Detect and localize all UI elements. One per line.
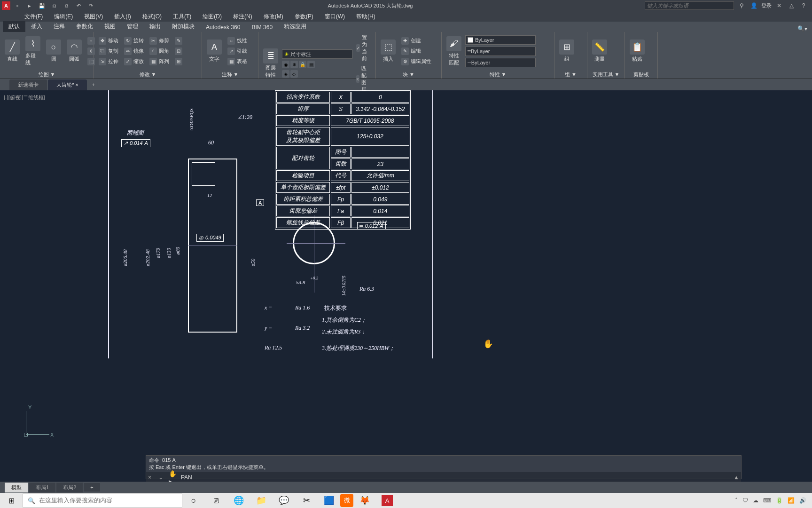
- doc-tab-current[interactable]: 大齿轮* ×: [48, 79, 87, 90]
- qat-saveas-icon[interactable]: ⎙: [49, 1, 59, 10]
- app2-icon[interactable]: 微: [340, 494, 353, 507]
- btn-circle[interactable]: ○圆: [44, 39, 63, 64]
- cortana-icon[interactable]: ○: [182, 493, 205, 508]
- windows-search[interactable]: 🔍 在这里输入你要搜索的内容: [23, 493, 182, 508]
- tray-av-icon[interactable]: 🛡: [742, 497, 748, 504]
- rtab-output[interactable]: 输出: [144, 21, 166, 32]
- btn-matchlayer[interactable]: ≈匹配图层: [354, 64, 373, 94]
- tray-onedrive-icon[interactable]: ☁: [753, 497, 758, 504]
- menu-modify[interactable]: 修改(M): [258, 13, 289, 21]
- taskview-icon[interactable]: ⎚: [205, 493, 227, 508]
- qat-redo-icon[interactable]: ↷: [86, 1, 96, 10]
- help-icon[interactable]: ?: [799, 1, 808, 10]
- tab-add-layout[interactable]: +: [84, 483, 100, 492]
- btn-pline[interactable]: ⌇多段线: [23, 35, 42, 67]
- edge-icon[interactable]: 🌐: [227, 493, 250, 508]
- btn-edit-attr[interactable]: ⚙编辑属性: [399, 57, 433, 66]
- cmd-arrow-icon[interactable]: ▲: [734, 474, 739, 481]
- panel-util-title[interactable]: 实用工具 ▼: [587, 70, 625, 79]
- btn-mirror[interactable]: ⇔镜像: [122, 47, 146, 56]
- tray-ime-icon[interactable]: ⌨: [763, 497, 771, 504]
- menu-param[interactable]: 参数(P): [289, 13, 319, 21]
- firefox-icon[interactable]: 🦊: [353, 493, 376, 508]
- ribbon-search-icon[interactable]: 🔍▾: [797, 25, 812, 32]
- btn-scale[interactable]: ⤢缩放: [122, 57, 146, 66]
- btn-edit-block[interactable]: ✎编辑: [399, 47, 433, 56]
- qat-undo-icon[interactable]: ↶: [73, 1, 84, 10]
- menu-insert[interactable]: 插入(I): [109, 13, 136, 21]
- rtab-insert[interactable]: 插入: [25, 21, 48, 32]
- linetype-dropdown[interactable]: ─ ByLayer: [465, 58, 536, 67]
- layer-dropdown[interactable]: ☀ 尺寸标注: [282, 49, 352, 59]
- autocad-task-icon[interactable]: A: [376, 493, 398, 508]
- panel-group-title[interactable]: 组 ▼: [554, 70, 587, 79]
- btn-fillet[interactable]: ◜圆角: [148, 47, 171, 56]
- qat-print-icon[interactable]: ⎙: [61, 1, 71, 10]
- panel-draw-title[interactable]: 绘图 ▼: [0, 70, 94, 79]
- rtab-featured[interactable]: 精选应用: [278, 21, 312, 32]
- tab-layout1[interactable]: 布局1: [29, 483, 55, 492]
- btn-line[interactable]: ╱直线: [3, 39, 22, 64]
- command-line[interactable]: 命令: 015 A 按 Esc 或 Enter 键退出，或单击右键显示快捷菜单。…: [146, 455, 742, 479]
- btn-insert-block[interactable]: ⬚插入: [379, 39, 398, 64]
- panel-modify-title[interactable]: 修改 ▼: [94, 70, 202, 79]
- btn-trim[interactable]: ✂修剪: [148, 36, 171, 46]
- rtab-view[interactable]: 视图: [99, 21, 121, 32]
- panel-block-title[interactable]: 块 ▼: [376, 70, 441, 79]
- menu-file[interactable]: 文件(F): [19, 13, 48, 21]
- lineweight-dropdown[interactable]: ━ ByLayer: [465, 47, 536, 56]
- menu-window[interactable]: 窗口(W): [319, 13, 351, 21]
- btn-leader[interactable]: ↗引线: [226, 47, 249, 56]
- btn-table[interactable]: ▦表格: [226, 57, 249, 66]
- layer-icon5[interactable]: ◈: [282, 70, 289, 78]
- drawing-canvas[interactable]: [-][俯视][二维线框] 60 12 ∠1:20 6XØ25EQS 两端面 5…: [0, 90, 812, 482]
- menu-help[interactable]: 帮助(H): [351, 13, 381, 21]
- rtab-manage[interactable]: 管理: [121, 21, 144, 32]
- app-icon[interactable]: A: [2, 1, 10, 10]
- rtab-bim360[interactable]: BIM 360: [246, 23, 278, 32]
- snip-icon[interactable]: ✂: [295, 493, 318, 508]
- login-label[interactable]: 登录: [761, 2, 772, 9]
- menu-view[interactable]: 视图(V): [78, 13, 109, 21]
- layer-icon1[interactable]: ◉: [282, 61, 289, 68]
- tray-up-icon[interactable]: ˄: [735, 497, 738, 504]
- tab-layout2[interactable]: 布局2: [56, 483, 83, 492]
- start-button[interactable]: ⊞: [0, 493, 23, 508]
- rtab-param[interactable]: 参数化: [70, 21, 99, 32]
- rtab-a360[interactable]: Autodesk 360: [200, 23, 246, 32]
- infocenter-icon[interactable]: ⚲: [737, 1, 746, 10]
- menu-format[interactable]: 格式(O): [137, 13, 167, 21]
- panel-annot-title[interactable]: 注释 ▼: [202, 70, 258, 79]
- qat-new-icon[interactable]: ▫: [12, 1, 23, 10]
- cmd-input[interactable]: PAN: [181, 474, 731, 481]
- panel-prop-title[interactable]: 特性 ▼: [442, 70, 554, 79]
- btn-arc[interactable]: ◠圆弧: [65, 39, 84, 64]
- btn-layerprop[interactable]: ≣图层 特性: [261, 48, 280, 79]
- layer-icon3[interactable]: 🔒: [299, 61, 306, 68]
- btn-group[interactable]: ⊞组: [557, 39, 576, 64]
- tray-wifi-icon[interactable]: 📶: [788, 497, 795, 504]
- system-tray[interactable]: ˄ 🛡 ☁ ⌨ 🔋 📶 🔊: [735, 497, 812, 504]
- explorer-icon[interactable]: 📁: [250, 493, 273, 508]
- btn-create-block[interactable]: ✚创建: [399, 36, 433, 46]
- qat-open-icon[interactable]: ▸: [24, 1, 35, 10]
- mod-more3[interactable]: ⊞: [173, 57, 184, 66]
- tray-volume-icon[interactable]: 🔊: [799, 497, 806, 504]
- rtab-annotate[interactable]: 注释: [48, 21, 70, 32]
- cmd-close-icon[interactable]: ×: [148, 474, 156, 481]
- btn-text[interactable]: A文字: [205, 39, 224, 64]
- btn-setcurrent[interactable]: ✓置为当前: [354, 33, 373, 63]
- rtab-addins[interactable]: 附加模块: [166, 21, 200, 32]
- btn-move[interactable]: ✥移动: [97, 36, 120, 46]
- cmd-opts-icon[interactable]: ⌄: [158, 474, 166, 481]
- btn-copy[interactable]: ⿻复制: [97, 47, 120, 56]
- qat-save-icon[interactable]: 💾: [37, 1, 47, 10]
- tray-battery-icon[interactable]: 🔋: [776, 497, 783, 504]
- btn-stretch[interactable]: ⇲拉伸: [97, 57, 120, 66]
- wechat-icon[interactable]: 💬: [273, 493, 295, 508]
- color-dropdown[interactable]: ByLayer: [465, 35, 536, 45]
- btn-linear[interactable]: ↔线性: [226, 36, 249, 46]
- btn-array[interactable]: ▦阵列: [148, 57, 171, 66]
- viewport-label[interactable]: [-][俯视][二维线框]: [4, 94, 45, 101]
- autodesk-icon[interactable]: △: [787, 1, 796, 10]
